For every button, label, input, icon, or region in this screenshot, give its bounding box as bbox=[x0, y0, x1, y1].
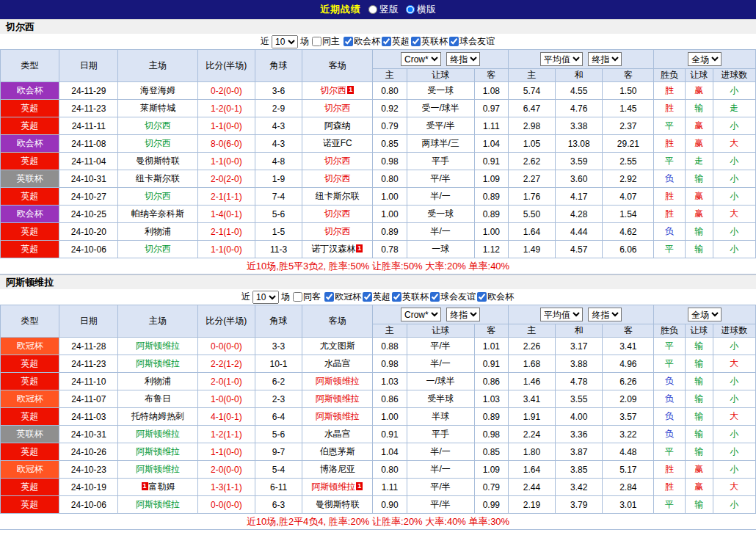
corner-cell: 6-3 bbox=[255, 496, 302, 514]
avg-home-cell: 5.74 bbox=[508, 82, 555, 100]
odds-home-cell: 0.92 bbox=[373, 100, 407, 117]
result-handicap-cell: 走 bbox=[685, 153, 713, 170]
league-filter[interactable]: 英超 bbox=[382, 35, 410, 48]
home-team-cell: 海登海姆 bbox=[118, 82, 197, 100]
league-filter[interactable]: 欧会杯 bbox=[344, 35, 380, 48]
score-cell: 2-0(1-0) bbox=[197, 373, 255, 390]
avg-away-cell: 2.09 bbox=[603, 390, 654, 408]
avg-draw-cell: 4.28 bbox=[556, 206, 603, 223]
team-name-text: 切尔西 bbox=[145, 244, 171, 254]
league-checkbox[interactable] bbox=[392, 292, 401, 302]
league-checkbox[interactable] bbox=[411, 37, 421, 46]
filter-near-label: 近 bbox=[261, 35, 269, 48]
team-name-text: 富勒姆 bbox=[149, 481, 175, 492]
league-filter[interactable]: 球会友谊 bbox=[449, 35, 495, 48]
avg-home-cell: 2.24 bbox=[508, 426, 555, 443]
away-team-cell: 切尔西 bbox=[302, 100, 373, 117]
match-count-select[interactable]: 10 bbox=[252, 291, 279, 304]
vertical-layout-radio[interactable] bbox=[368, 5, 377, 14]
home-team-cell: 托特纳姆热刺 bbox=[118, 408, 197, 426]
same-venue-filter[interactable]: 同主 bbox=[312, 35, 340, 48]
corner-cell: 5-6 bbox=[255, 426, 302, 443]
league-filter[interactable]: 球会友谊 bbox=[430, 291, 476, 303]
bookmaker-select[interactable]: Crow* bbox=[401, 52, 441, 66]
fullmatch-header-cell: 全场 bbox=[654, 50, 756, 69]
odds-away-cell: 0.89 bbox=[474, 408, 508, 426]
home-team-cell: 曼彻斯特联 bbox=[118, 153, 197, 170]
team-name-text: 阿斯顿维拉 bbox=[311, 481, 355, 492]
league-checkbox[interactable] bbox=[344, 37, 353, 46]
score-cell: 2-1(1-1) bbox=[197, 188, 255, 206]
team-name-text: 阿斯顿维拉 bbox=[136, 358, 180, 368]
avg-home-cell: 2.62 bbox=[508, 153, 555, 170]
league-checkbox[interactable] bbox=[382, 37, 391, 46]
league-filter[interactable]: 欧冠杯 bbox=[324, 291, 361, 303]
red-card-badge: 1 bbox=[142, 482, 148, 490]
result-wdl-cell: 胜 bbox=[654, 100, 685, 117]
league-filter[interactable]: 英联杯 bbox=[392, 291, 429, 303]
league-filter[interactable]: 英超 bbox=[363, 291, 390, 303]
result-handicap-cell: 输 bbox=[685, 390, 713, 408]
horizontal-layout-radio[interactable] bbox=[406, 5, 415, 14]
league-checkbox[interactable] bbox=[449, 37, 459, 46]
result-handicap-cell: 输 bbox=[685, 496, 713, 514]
average-stage-select[interactable]: 终指 bbox=[588, 308, 622, 321]
fullmatch-select[interactable]: 全场 bbox=[688, 52, 722, 66]
score-cell: 1-1(0-0) bbox=[197, 117, 255, 135]
avg-draw-cell: 3.42 bbox=[556, 479, 603, 496]
odds-line-cell: 平/半 bbox=[407, 479, 474, 496]
league-filter[interactable]: 欧会杯 bbox=[477, 291, 514, 303]
league-filter[interactable]: 英联杯 bbox=[411, 35, 448, 48]
odds-away-cell: 1.03 bbox=[474, 390, 508, 408]
same-venue-checkbox[interactable] bbox=[293, 292, 302, 302]
odds-stage-select[interactable]: 终指 bbox=[446, 308, 480, 321]
avg-home-cell: 3.41 bbox=[508, 390, 555, 408]
result-wdl-cell: 平 bbox=[654, 153, 685, 170]
match-row: 英超24-10-191富勒姆1-3(1-1)6-11阿斯顿维拉11.11平/半0… bbox=[1, 479, 756, 496]
matches-table: 类型 日期 主场 比分(半场) 角球 客场 Crow* 终指 平均值 终指 bbox=[0, 49, 756, 258]
odds-stage-select[interactable]: 终指 bbox=[446, 52, 480, 66]
league-checkbox[interactable] bbox=[477, 292, 487, 302]
average-select[interactable]: 平均值 bbox=[540, 52, 583, 66]
type-cell: 英超 bbox=[1, 496, 59, 514]
same-venue-filter[interactable]: 同客 bbox=[293, 291, 321, 303]
match-row: 英超24-10-06阿斯顿维拉0-0(0-0)6-3曼彻斯特联0.90平/半0.… bbox=[1, 496, 756, 514]
score-cell: 1-2(1-1) bbox=[197, 426, 255, 443]
league-checkbox[interactable] bbox=[324, 292, 334, 302]
odds-away-cell: 0.97 bbox=[474, 100, 508, 117]
home-team-cell: 莱斯特城 bbox=[118, 100, 197, 117]
result-handicap-cell: 输 bbox=[685, 426, 713, 443]
avg-draw-cell: 3.60 bbox=[556, 170, 603, 188]
col-header-odds-line: 让球 bbox=[407, 69, 474, 82]
bookmaker-select[interactable]: Crow* bbox=[401, 308, 441, 321]
league-checkbox[interactable] bbox=[430, 292, 440, 302]
league-checkbox[interactable] bbox=[363, 292, 372, 302]
fullmatch-select[interactable]: 全场 bbox=[688, 308, 722, 321]
corner-cell: 10-1 bbox=[255, 355, 302, 373]
date-cell: 24-10-20 bbox=[59, 223, 118, 241]
date-cell: 24-10-31 bbox=[59, 426, 118, 443]
away-team-cell: 切尔西 bbox=[302, 170, 373, 188]
avg-away-cell: 6.06 bbox=[603, 241, 654, 258]
col-header-odds-away: 客 bbox=[474, 324, 508, 338]
score-cell: 1-1(0-0) bbox=[197, 153, 255, 170]
result-wdl-cell: 平 bbox=[654, 355, 685, 373]
date-cell: 24-10-25 bbox=[59, 206, 118, 223]
league-filters: 欧冠杯英超英联杯球会友谊欧会杯 bbox=[324, 291, 515, 303]
date-cell: 24-11-03 bbox=[59, 408, 118, 426]
same-venue-checkbox[interactable] bbox=[312, 37, 321, 46]
match-row: 欧冠杯24-11-07布鲁日1-0(0-0)2-3阿斯顿维拉0.86受半球1.0… bbox=[1, 390, 756, 408]
league-filters: 欧会杯英超英联杯球会友谊 bbox=[343, 35, 495, 48]
odds-line-cell: 两球半/三 bbox=[407, 135, 474, 153]
team-name: 阿斯顿维拉 bbox=[0, 275, 756, 289]
col-header-odds-home: 主 bbox=[373, 69, 407, 82]
corner-cell: 3-3 bbox=[255, 338, 302, 355]
average-stage-select[interactable]: 终指 bbox=[588, 52, 622, 66]
match-count-select[interactable]: 10 bbox=[272, 35, 298, 48]
layout-option-horizontal[interactable]: 横版 bbox=[406, 3, 436, 16]
league-label: 球会友谊 bbox=[440, 291, 476, 303]
average-select[interactable]: 平均值 bbox=[540, 308, 583, 321]
layout-option-vertical[interactable]: 竖版 bbox=[368, 3, 399, 16]
result-handicap-cell: 赢 bbox=[685, 82, 713, 100]
filter-row: 近 10 场 同客 欧冠杯英超英联杯球会友谊欧会杯 bbox=[0, 289, 756, 305]
